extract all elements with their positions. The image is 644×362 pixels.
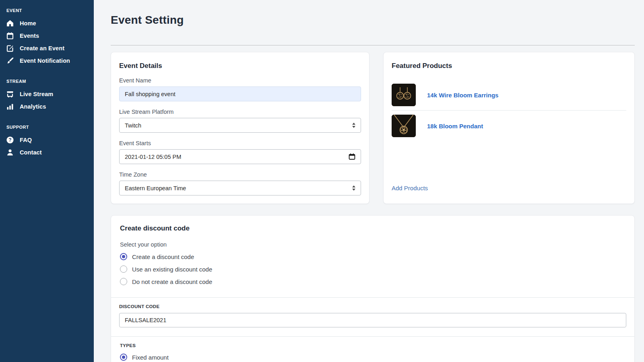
product-link[interactable]: 14k Wire Bloom Earrings [427, 92, 498, 99]
storefront-icon [6, 90, 14, 99]
sidebar-section-header: SUPPORT [6, 125, 94, 130]
sidebar-item-label: Events [20, 33, 39, 39]
radio-icon[interactable] [120, 354, 127, 361]
sidebar-item-label: Home [20, 20, 36, 27]
event-details-title: Event Details [119, 62, 361, 70]
featured-products-title: Featured Products [392, 62, 626, 70]
sidebar-item-label: Event Notification [20, 58, 70, 64]
discount-code-section: DISCOUNT CODE [111, 298, 634, 336]
sidebar: EVENT Home Events Create an Event Event … [0, 0, 94, 362]
select-option-label: Select your option [120, 241, 625, 248]
radio-icon[interactable] [120, 253, 127, 260]
sidebar-item-create-event[interactable]: Create an Event [6, 42, 94, 54]
timezone-select-value: Eastern European Time [125, 185, 186, 191]
edit-icon [6, 44, 14, 53]
bar-chart-icon [6, 102, 14, 111]
timezone-label: Time Zone [119, 171, 361, 178]
sidebar-item-analytics[interactable]: Analytics [6, 100, 94, 113]
product-row: 18k Bloom Pendant [392, 110, 626, 141]
product-link[interactable]: 18k Bloom Pendant [427, 123, 483, 130]
sidebar-item-label: Create an Event [20, 45, 64, 51]
sidebar-section-header: EVENT [6, 8, 94, 13]
radio-fixed-amount[interactable]: Fixed amount [120, 354, 626, 361]
discount-types-section: TYPES Fixed amount [111, 337, 634, 362]
discount-options-section: Create discount code Select your option … [111, 216, 634, 297]
product-list: 14k Wire Bloom Earrings 18k Bloom Pendan… [392, 80, 626, 141]
sidebar-item-contact[interactable]: Contact [6, 146, 94, 158]
svg-text:?: ? [8, 137, 11, 143]
calendar-picker-icon[interactable] [349, 153, 355, 160]
top-cards-row: Event Details Event Name Live Stream Pla… [111, 52, 635, 204]
add-products-link[interactable]: Add Products [392, 182, 626, 195]
radio-no-discount[interactable]: Do not create a discount code [120, 278, 625, 285]
sidebar-item-label: Contact [20, 149, 42, 156]
sidebar-item-home[interactable]: Home [6, 17, 94, 29]
page-title: Event Setting [111, 14, 635, 27]
timezone-field: Time Zone Eastern European Time [119, 171, 361, 195]
sidebar-item-event-notification[interactable]: Event Notification [6, 54, 94, 67]
event-starts-field: Event Starts 2021-01-12 05:05 PM [119, 140, 361, 164]
sidebar-section-support: SUPPORT ? FAQ Contact [6, 125, 94, 158]
platform-field: Live Stream Platform Twitch [119, 109, 361, 133]
product-row: 14k Wire Bloom Earrings [392, 80, 626, 110]
sidebar-item-label: Analytics [20, 103, 46, 110]
radio-icon[interactable] [120, 278, 127, 285]
timezone-select[interactable]: Eastern European Time [119, 181, 361, 195]
platform-select[interactable]: Twitch [119, 118, 361, 133]
sidebar-item-label: FAQ [20, 137, 32, 143]
main-content: Event Setting Event Details Event Name L… [94, 0, 644, 362]
event-name-input[interactable] [119, 86, 361, 101]
sidebar-section-stream: STREAM Live Stream Analytics [6, 79, 94, 113]
select-stepper-icon [352, 123, 355, 128]
event-starts-input[interactable]: 2021-01-12 05:05 PM [119, 149, 361, 164]
sidebar-item-faq[interactable]: ? FAQ [6, 134, 94, 146]
sidebar-section-header: STREAM [6, 79, 94, 84]
calendar-icon [6, 31, 14, 40]
product-thumbnail-pendant [392, 115, 416, 137]
person-icon [6, 148, 14, 157]
radio-label: Do not create a discount code [132, 278, 212, 285]
radio-existing-discount[interactable]: Use an existing discount code [120, 265, 625, 273]
discount-title: Create discount code [120, 224, 625, 232]
radio-create-discount[interactable]: Create a discount code [120, 253, 625, 260]
event-name-label: Event Name [119, 77, 361, 84]
discount-card: Create discount code Select your option … [111, 215, 635, 362]
featured-products-card: Featured Products 14k Wire Bloom Earring… [383, 52, 635, 204]
platform-select-value: Twitch [125, 122, 141, 129]
discount-code-input[interactable] [119, 313, 626, 327]
sidebar-section-event: EVENT Home Events Create an Event Event … [6, 8, 94, 67]
title-divider [111, 45, 635, 45]
select-stepper-icon [352, 185, 355, 191]
spacer [392, 141, 626, 182]
types-label: TYPES [120, 343, 626, 348]
radio-icon[interactable] [120, 265, 127, 273]
platform-label: Live Stream Platform [119, 109, 361, 115]
event-starts-value: 2021-01-12 05:05 PM [125, 154, 181, 160]
sidebar-item-events[interactable]: Events [6, 29, 94, 42]
radio-label: Fixed amount [132, 354, 169, 361]
radio-label: Create a discount code [132, 253, 194, 260]
question-icon: ? [6, 136, 14, 144]
sidebar-item-live-stream[interactable]: Live Stream [6, 88, 94, 100]
discount-code-label: DISCOUNT CODE [119, 304, 626, 309]
event-details-card: Event Details Event Name Live Stream Pla… [111, 52, 369, 204]
radio-label: Use an existing discount code [132, 266, 212, 273]
sidebar-item-label: Live Stream [20, 91, 53, 97]
home-icon [6, 19, 14, 28]
brush-icon [6, 56, 14, 65]
event-starts-label: Event Starts [119, 140, 361, 146]
event-name-field: Event Name [119, 77, 361, 101]
product-thumbnail-earrings [392, 84, 416, 106]
